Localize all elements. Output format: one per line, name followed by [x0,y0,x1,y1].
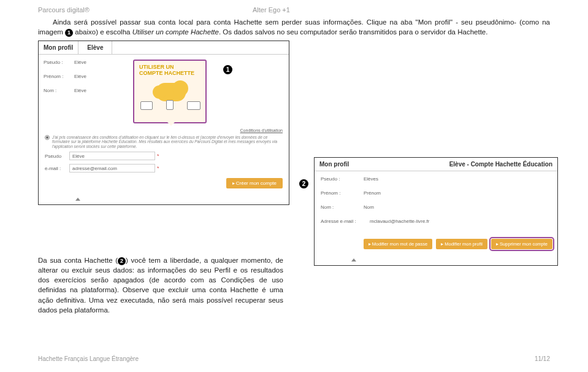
badge-2: 2 [299,179,308,188]
shot2-title: Mon profil [319,161,349,168]
nom-label: Nom : [44,88,74,93]
header-left: Parcours digital® [38,6,253,14]
utiliser-hachette-card[interactable]: Utiliser un compte Hachette [133,60,207,123]
pseudo-value: Elève [74,60,86,65]
required-icon: * [157,165,159,171]
email-label: e-mail : [45,166,69,171]
device-icon [187,101,200,110]
s2-pseudo-value: Elèves [364,176,378,182]
modify-profile-button[interactable]: ▸ Modifier mon profil [436,239,487,249]
header-right: Alter Ego +1 [253,6,290,14]
page-header: Parcours digital® Alter Ego +1 [38,6,550,14]
para1-post: . Os dados salvos no seu computador serã… [219,28,488,36]
page-footer: Hachette Français Langue Étrangère 11/12 [38,355,550,362]
para2-end: definidas na plataforma). Observe que ex… [38,286,283,313]
badge-1-inline: 1 [65,29,73,37]
shot2-right: Elève - Compte Hachette Éducation [449,161,552,168]
device-icon [166,100,174,110]
prenom-label: Prénom : [44,74,74,79]
create-account-button[interactable]: ▸ Créer mon compte [226,178,283,188]
para2-pre: Da sua conta Hachette ( [38,257,118,264]
para2-italic: Condições de uso [221,276,284,284]
badge-2-inline: 2 [118,257,126,265]
s2-pseudo-label: Pseudo : [321,176,364,182]
terms-row[interactable]: J'ai pris connaissance des conditions d'… [39,134,289,150]
terms-text: J'ai pris connaissance des conditions d'… [52,135,283,149]
required-icon: * [157,153,159,159]
caret-up-icon [75,198,80,201]
paragraph-1: Ainda será possível passar sua conta loc… [38,17,550,37]
utiliser-line2: compte Hachette [139,71,200,77]
nom-value: Elève [74,88,86,93]
cloud-icon [156,83,186,101]
s2-adresse-value: mclavaud@hachette-livre.fr [370,219,430,224]
prenom-value: Elève [74,74,86,79]
pseudo-label: Pseudo : [44,60,74,65]
footer-left: Hachette Français Langue Étrangère [38,355,139,362]
cloud-illustration [139,82,200,111]
pseudo2-input[interactable]: Elève [69,152,155,160]
caret-up-icon [351,258,356,262]
pseudo2-label: Pseudo [45,153,69,159]
footer-page: 11/12 [535,355,550,362]
terms-radio[interactable] [45,135,50,140]
s2-prenom-value: Prénom [364,190,381,196]
paragraph-2: Da sua conta Hachette (2) você tem a lib… [38,255,283,315]
screenshot-2: Mon profil Elève - Compte Hachette Éduca… [314,157,558,266]
s2-nom-value: Nom [364,204,374,210]
conditions-link[interactable]: Conditions d'utilisation [39,126,289,134]
para1-italic: Utiliser un compte Hachette [132,28,219,36]
screenshot-1: Mon profil Elève Pseudo :Elève Prénom :E… [38,41,289,205]
modify-password-button[interactable]: ▸ Modifier mon mot de passe [364,239,433,249]
s2-nom-label: Nom : [321,204,364,210]
delete-account-button[interactable]: ▸ Supprimer mon compte [491,239,552,249]
tab-mon-profil[interactable]: Mon profil [39,41,78,54]
tab-eleve[interactable]: Elève [78,41,112,54]
para1-mid: abaixo) e escolha [73,28,132,36]
email-input[interactable]: adresse@email.com [69,164,155,172]
shot1-tabs: Mon profil Elève [39,41,289,55]
s2-prenom-label: Prénom : [321,190,364,196]
s2-adresse-label: Adresse e-mail : [321,219,370,224]
device-icon [140,101,153,110]
